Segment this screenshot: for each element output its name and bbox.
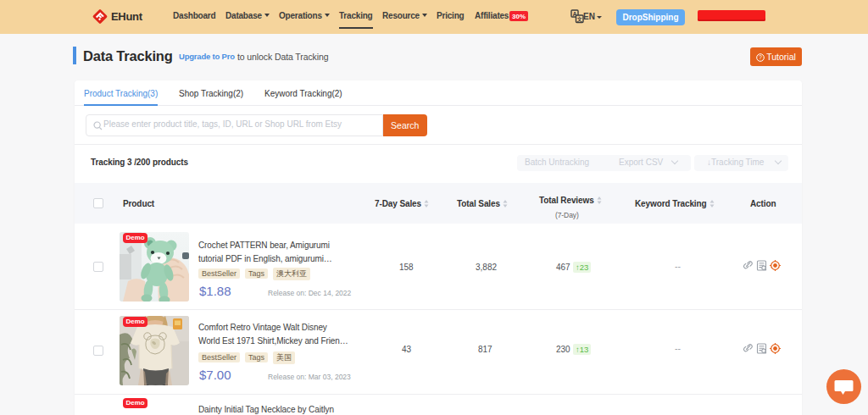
svg-text:?: ? [759,54,762,60]
svg-text:文: 文 [576,16,583,22]
